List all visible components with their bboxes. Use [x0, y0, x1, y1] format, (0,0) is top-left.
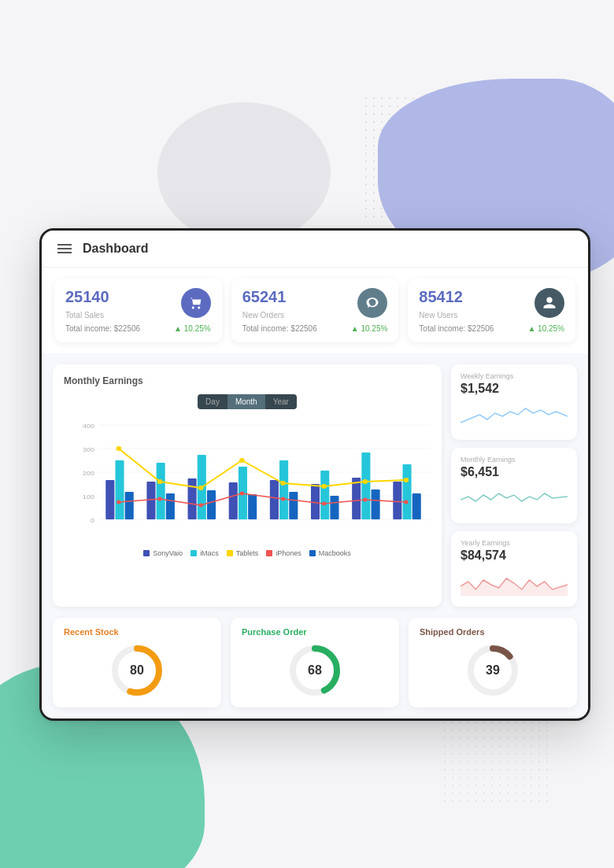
earnings-value-yearly: $84,574 — [460, 549, 568, 563]
svg-point-36 — [198, 486, 204, 490]
svg-text:400: 400 — [83, 422, 94, 429]
earnings-value-monthly: $6,451 — [460, 465, 568, 479]
svg-point-49 — [404, 500, 409, 504]
stat-card-sales: 25140 Total Sales Total income: $22506 ▲… — [54, 279, 222, 342]
mini-chart-yearly — [460, 567, 568, 596]
chart-toggle: Day Month Year — [64, 394, 431, 409]
svg-rect-18 — [207, 490, 216, 519]
svg-point-46 — [281, 497, 286, 501]
legend-iphones: iPhones — [266, 549, 301, 557]
earnings-card-yearly: Yearly Earnings $84,574 — [451, 531, 577, 607]
donut-stock: 80 — [109, 643, 165, 698]
earnings-label-monthly: Monthly Earnings — [460, 456, 568, 464]
svg-rect-24 — [289, 492, 298, 519]
legend-imacs: iMacs — [190, 549, 219, 557]
svg-rect-10 — [105, 480, 114, 519]
stat-bottom-orders: Total income: $22506 ▲ 10.25% — [242, 324, 388, 333]
legend-sonyvaio: SonyVaio — [143, 549, 183, 557]
donut-value-purchase: 68 — [308, 663, 322, 678]
svg-text:200: 200 — [83, 469, 94, 476]
stats-row: 25140 Total Sales Total income: $22506 ▲… — [42, 268, 588, 353]
svg-text:100: 100 — [83, 493, 94, 500]
earnings-label-weekly: Weekly Earnings — [460, 372, 568, 380]
main-content: Monthly Earnings Day Month Year — [42, 353, 588, 618]
svg-rect-22 — [270, 480, 279, 519]
stat-change-users: ▲ 10.25% — [527, 324, 564, 333]
page-title: Dashboard — [83, 242, 149, 256]
mini-chart-monthly — [460, 484, 568, 512]
legend-dot-macbooks — [309, 550, 316, 556]
legend-label-macbooks: Macbooks — [319, 549, 351, 557]
svg-rect-15 — [166, 493, 175, 519]
bottom-card-purchase: Purchase Order 68 — [231, 618, 399, 707]
svg-rect-26 — [320, 471, 329, 519]
stat-icon-users — [534, 288, 564, 318]
legend-dot-iphones — [266, 550, 272, 556]
donut-value-stock: 80 — [130, 663, 144, 678]
chart-title: Monthly Earnings — [64, 375, 431, 386]
stat-bottom-users: Total income: $22506 ▲ 10.25% — [419, 324, 564, 333]
svg-point-47 — [322, 502, 327, 506]
stat-change-sales: ▲ 10.25% — [174, 324, 211, 333]
svg-point-43 — [157, 497, 162, 501]
legend-dot-imacs — [190, 550, 197, 556]
blob-gray-background — [157, 102, 331, 244]
svg-rect-31 — [393, 482, 401, 519]
svg-point-40 — [362, 479, 368, 484]
stat-bottom-sales: Total income: $22506 ▲ 10.25% — [65, 324, 211, 333]
earnings-value-weekly: $1,542 — [460, 382, 568, 396]
toggle-group: Day Month Year — [198, 394, 297, 409]
menu-icon[interactable] — [57, 244, 72, 253]
svg-rect-11 — [115, 460, 124, 519]
svg-rect-12 — [125, 492, 134, 519]
legend-dot-sonyvaio — [143, 550, 150, 556]
svg-rect-16 — [188, 478, 197, 519]
svg-rect-28 — [352, 478, 361, 519]
legend-dot-tablets — [227, 550, 233, 556]
svg-rect-32 — [402, 464, 411, 519]
stat-change-orders: ▲ 10.25% — [351, 324, 388, 333]
donut-shipped: 39 — [465, 643, 520, 698]
toggle-day[interactable]: Day — [198, 394, 227, 409]
bar-chart-wrapper: 400 300 200 100 0 — [64, 417, 431, 543]
svg-rect-33 — [412, 493, 421, 519]
bottom-card-title-shipped: Shipped Orders — [420, 627, 485, 637]
svg-rect-27 — [330, 496, 338, 519]
svg-point-42 — [117, 500, 121, 504]
svg-point-48 — [363, 498, 368, 502]
svg-rect-13 — [146, 482, 155, 519]
legend-label-imacs: iMacs — [200, 549, 219, 557]
bottom-row: Recent Stock 80 Purchase Order 68 Shippe… — [42, 618, 588, 718]
svg-point-37 — [239, 458, 245, 463]
svg-rect-21 — [248, 494, 257, 519]
header: Dashboard — [42, 231, 588, 268]
toggle-month[interactable]: Month — [227, 394, 265, 409]
earnings-card-monthly: Monthly Earnings $6,451 — [451, 448, 577, 523]
bottom-card-title-purchase: Purchase Order — [242, 627, 307, 637]
legend-tablets: Tablets — [227, 549, 259, 557]
stat-income-sales: Total income: $22506 — [65, 324, 140, 333]
toggle-year[interactable]: Year — [265, 394, 297, 409]
blob-dots2-background — [441, 711, 551, 805]
legend-macbooks: Macbooks — [309, 549, 351, 557]
svg-point-34 — [117, 446, 122, 451]
stat-card-orders: 65241 New Orders Total income: $22506 ▲ … — [231, 279, 399, 342]
legend-label-tablets: Tablets — [236, 549, 259, 557]
earnings-label-yearly: Yearly Earnings — [460, 539, 568, 547]
svg-rect-29 — [361, 452, 370, 519]
bottom-card-stock: Recent Stock 80 — [53, 618, 221, 707]
svg-point-38 — [280, 481, 286, 486]
stat-card-users: 85412 New Users Total income: $22506 ▲ 1… — [408, 279, 575, 342]
blob-dots-background — [362, 94, 504, 220]
device-frame: Dashboard 25140 Total Sales Total income… — [39, 228, 590, 721]
bottom-card-title-stock: Recent Stock — [64, 627, 119, 637]
bar-chart-svg: 400 300 200 100 0 — [64, 417, 431, 543]
stat-icon-sales — [181, 288, 211, 318]
chart-section: Monthly Earnings Day Month Year — [53, 364, 442, 607]
svg-rect-14 — [157, 463, 165, 519]
svg-rect-25 — [311, 484, 320, 519]
bottom-card-shipped: Shipped Orders 39 — [409, 618, 577, 707]
svg-text:0: 0 — [91, 516, 94, 523]
earnings-card-weekly: Weekly Earnings $1,542 — [451, 364, 577, 440]
donut-value-shipped: 39 — [486, 663, 500, 678]
